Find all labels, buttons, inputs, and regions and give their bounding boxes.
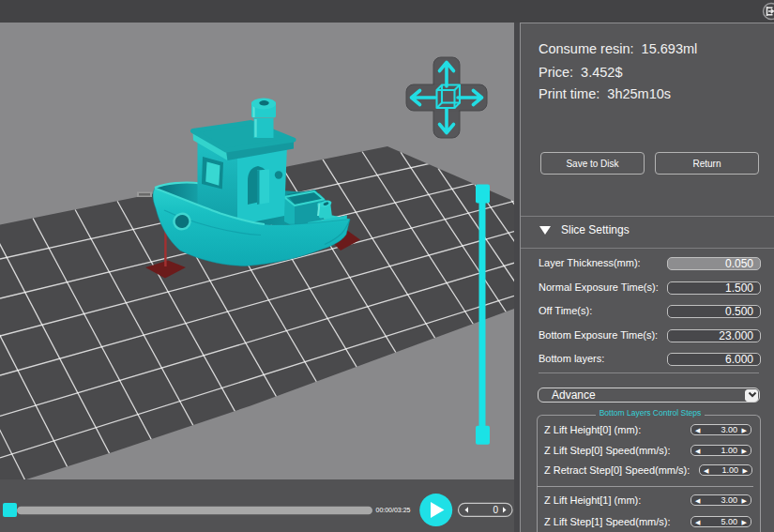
svg-text:00:00/03:25: 00:00/03:25 bbox=[376, 507, 411, 513]
svg-text:0: 0 bbox=[493, 505, 498, 515]
